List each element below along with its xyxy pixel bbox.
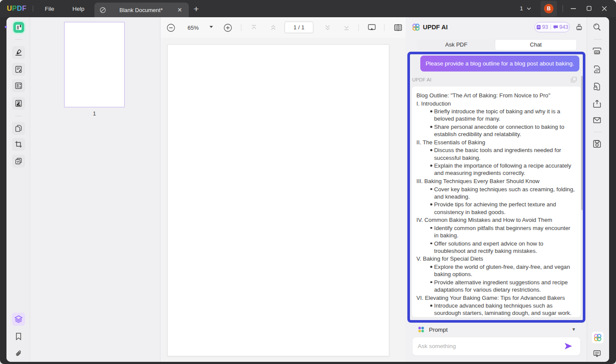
svg-text:OCR: OCR — [595, 51, 600, 54]
